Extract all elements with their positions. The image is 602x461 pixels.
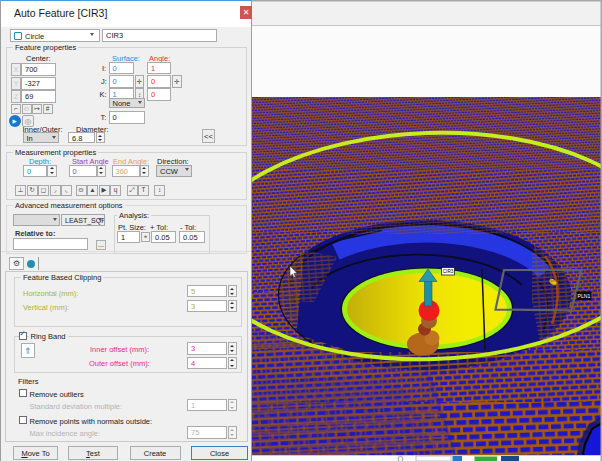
- svg-text:CIR3: CIR3: [443, 269, 454, 274]
- svg-text:PLN1: PLN1: [578, 293, 591, 299]
